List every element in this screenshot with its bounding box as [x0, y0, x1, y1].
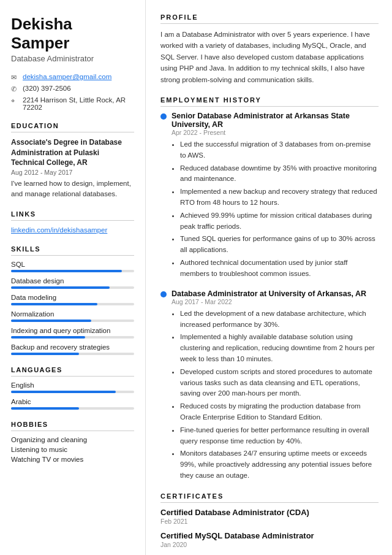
language-name: Arabic — [11, 398, 134, 405]
skill-name: Normalization — [11, 310, 134, 318]
cert-date: Jan 2020 — [160, 541, 379, 548]
job-title-line: Database Administrator at University of … — [160, 289, 379, 298]
main-content: PROFILE I am a Database Administrator wi… — [146, 0, 392, 555]
edu-date: Aug 2012 - May 2017 — [11, 169, 134, 176]
skill-bar-fill — [11, 353, 79, 355]
languages-section-title: LANGUAGES — [11, 366, 134, 377]
skill-name: Data modeling — [11, 294, 134, 301]
skill-name: SQL — [11, 261, 134, 268]
job-bullets: Led the successful migration of 3 databa… — [172, 139, 379, 280]
language-item: English — [11, 381, 134, 393]
job-entry: Senior Database Administrator at Arkansa… — [160, 112, 379, 280]
skill-bar-bg — [11, 336, 134, 339]
job-bullet: Developed custom scripts and stored proc… — [180, 367, 379, 399]
employment-section-title: EMPLOYMENT HISTORY — [160, 96, 379, 107]
job-title-text: Database Administrator at University of … — [172, 289, 366, 298]
job-bullet: Led the successful migration of 3 databa… — [180, 139, 379, 161]
certificate-entry: Certified MySQL Database Administrator J… — [160, 531, 379, 548]
employment-list: Senior Database Administrator at Arkansa… — [160, 112, 379, 481]
phone-number: (320) 397-2506 — [23, 85, 71, 92]
candidate-job-title: Database Administrator — [11, 54, 134, 63]
languages-list: English Arabic — [11, 381, 134, 410]
links-section-title: LINKS — [11, 210, 134, 221]
certificate-entry: Certified Database Administrator (CDA) F… — [160, 508, 379, 525]
links-list: linkedin.com/in/dekishasamper — [11, 226, 134, 234]
candidate-name: Dekisha Samper — [11, 15, 134, 53]
job-bullet: Authored technical documentation used by… — [180, 258, 379, 280]
job-bullets: Led the development of a new database ar… — [172, 308, 379, 481]
skill-item: Normalization — [11, 310, 134, 322]
hobby-item: Watching TV or movies — [11, 456, 134, 463]
skill-item: SQL — [11, 261, 134, 272]
job-title-text: Senior Database Administrator at Arkansa… — [172, 112, 379, 129]
sidebar: Dekisha Samper Database Administrator ✉ … — [0, 0, 146, 555]
edu-degree: Associate's Degree in Database Administr… — [11, 137, 134, 167]
job-dot — [160, 291, 167, 297]
linkedin-link[interactable]: linkedin.com/in/dekishasamper — [11, 226, 107, 234]
job-entry: Database Administrator at University of … — [160, 289, 379, 481]
job-bullet: Achieved 99.99% uptime for mission criti… — [180, 210, 379, 232]
language-bar-bg — [11, 391, 134, 393]
skills-section-title: SKILLS — [11, 245, 134, 256]
job-bullet: Implemented a new backup and recovery st… — [180, 186, 379, 209]
hobby-item: Organizing and cleaning — [11, 436, 134, 443]
phone-icon: ✆ — [11, 85, 19, 93]
skill-name: Database design — [11, 277, 134, 285]
job-date: Apr 2022 - Present — [172, 129, 379, 136]
hobby-item: Listening to music — [11, 446, 134, 453]
skill-bar-fill — [11, 336, 85, 339]
hobbies-section-title: HOBBIES — [11, 421, 134, 431]
job-title-line: Senior Database Administrator at Arkansa… — [160, 112, 379, 129]
hobbies-list: Organizing and cleaningListening to musi… — [11, 436, 134, 463]
job-bullet: Reduced database downtime by 35% with pr… — [180, 163, 379, 185]
skill-bar-bg — [11, 270, 134, 272]
skill-bar-bg — [11, 286, 134, 289]
skills-list: SQL Database design Data modeling Normal… — [11, 261, 134, 355]
address-text: 2214 Harrison St, Little Rock, AR 72202 — [23, 96, 134, 111]
job-dot — [160, 113, 167, 120]
edu-description: I've learned how to design, implement, a… — [11, 178, 134, 200]
location-icon: ⌖ — [11, 97, 19, 105]
job-bullet: Led the development of a new database ar… — [180, 308, 379, 331]
job-bullet: Tuned SQL queries for performance gains … — [180, 234, 379, 256]
email-link[interactable]: dekisha.samper@gmail.com — [23, 73, 111, 80]
job-bullet: Fine-tuned queries for better performanc… — [180, 425, 379, 447]
skill-bar-bg — [11, 353, 134, 355]
skill-item: Indexing and query optimization — [11, 327, 134, 339]
certificates-section-title: CERTIFICATES — [160, 492, 379, 503]
skill-bar-fill — [11, 270, 122, 272]
skill-item: Backup and recovery strategies — [11, 343, 134, 355]
contact-phone: ✆ (320) 397-2506 — [11, 85, 134, 93]
skill-bar-bg — [11, 320, 134, 322]
cert-date: Feb 2021 — [160, 518, 379, 525]
skill-bar-fill — [11, 286, 110, 289]
email-icon: ✉ — [11, 74, 19, 82]
skill-item: Data modeling — [11, 294, 134, 305]
language-name: English — [11, 381, 134, 389]
language-bar-fill — [11, 391, 116, 393]
skill-name: Indexing and query optimization — [11, 327, 134, 334]
contact-email: ✉ dekisha.samper@gmail.com — [11, 73, 134, 82]
job-bullet: Monitors databases 24/7 ensuring uptime … — [180, 448, 379, 481]
job-bullet: Reduced costs by migrating the productio… — [180, 401, 379, 423]
profile-section-title: PROFILE — [160, 13, 379, 24]
certificates-list: Certified Database Administrator (CDA) F… — [160, 508, 379, 548]
education-section-title: EDUCATION — [11, 122, 134, 132]
job-bullet: Implemented a highly available database … — [180, 332, 379, 364]
skill-name: Backup and recovery strategies — [11, 343, 134, 351]
skill-bar-fill — [11, 320, 91, 322]
job-date: Aug 2017 - Mar 2022 — [172, 298, 379, 305]
contact-address: ⌖ 2214 Harrison St, Little Rock, AR 7220… — [11, 96, 134, 111]
profile-text: I am a Database Administrator with over … — [160, 29, 379, 85]
language-bar-fill — [11, 407, 79, 410]
cert-name: Certified MySQL Database Administrator — [160, 531, 379, 540]
language-bar-bg — [11, 407, 134, 410]
language-item: Arabic — [11, 398, 134, 410]
skill-bar-fill — [11, 303, 97, 305]
cert-name: Certified Database Administrator (CDA) — [160, 508, 379, 517]
skill-bar-bg — [11, 303, 134, 305]
skill-item: Database design — [11, 277, 134, 289]
